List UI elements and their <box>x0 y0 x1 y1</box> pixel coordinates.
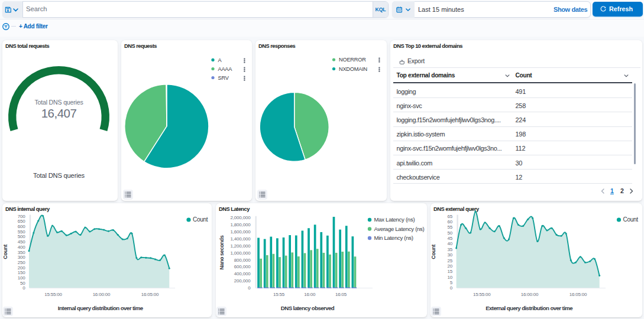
svg-text:350: 350 <box>18 250 25 255</box>
svg-text:55: 55 <box>447 224 452 230</box>
svg-text:300: 300 <box>18 255 25 260</box>
svg-text:Total DNS queries: Total DNS queries <box>35 99 83 106</box>
svg-text:150: 150 <box>18 270 25 275</box>
svg-text:16:05:00: 16:05:00 <box>141 292 159 297</box>
svg-text:16:05: 16:05 <box>335 292 347 297</box>
svg-text:16:00:00: 16:00:00 <box>93 292 111 297</box>
svg-text:AAAA: AAAA <box>218 66 233 72</box>
svg-text:15:55:00: 15:55:00 <box>44 292 62 297</box>
svg-text:Internal query distribution ov: Internal query distribution over time <box>58 305 144 311</box>
svg-text:15:55: 15:55 <box>273 292 285 297</box>
svg-text:Count: Count <box>431 245 436 259</box>
svg-text:15: 15 <box>447 269 452 274</box>
svg-text:1,000,000: 1,000,000 <box>231 250 251 256</box>
svg-text:500: 500 <box>18 234 25 239</box>
svg-text:NOERROR: NOERROR <box>339 57 366 63</box>
svg-text:50: 50 <box>20 281 25 286</box>
svg-text:60: 60 <box>447 219 452 224</box>
svg-text:Count: Count <box>2 245 8 259</box>
svg-text:2,000,000: 2,000,000 <box>231 215 251 220</box>
svg-text:SRV: SRV <box>218 75 229 81</box>
svg-text:5: 5 <box>450 280 453 285</box>
svg-text:0: 0 <box>248 285 251 291</box>
svg-text:800,000: 800,000 <box>234 258 251 263</box>
svg-text:65: 65 <box>447 214 452 219</box>
svg-text:10: 10 <box>447 275 452 280</box>
svg-text:Max Latency (ns): Max Latency (ns) <box>374 216 415 223</box>
svg-text:400: 400 <box>18 245 25 250</box>
svg-text:200,000: 200,000 <box>234 278 251 284</box>
svg-text:200: 200 <box>18 265 25 271</box>
svg-text:1,400,000: 1,400,000 <box>231 236 251 242</box>
svg-text:100: 100 <box>18 275 25 281</box>
svg-text:45: 45 <box>447 236 452 241</box>
svg-text:External query distribution ov: External query distribution over time <box>486 305 573 311</box>
svg-text:Average Latency (ns): Average Latency (ns) <box>374 226 425 232</box>
svg-text:20: 20 <box>447 263 452 269</box>
svg-text:A: A <box>218 57 222 63</box>
svg-text:250: 250 <box>18 260 25 265</box>
svg-text:1,800,000: 1,800,000 <box>231 222 251 227</box>
svg-text:700: 700 <box>18 214 25 219</box>
svg-text:25: 25 <box>447 258 452 263</box>
svg-text:Count: Count <box>193 216 208 223</box>
svg-text:30: 30 <box>447 252 452 258</box>
svg-text:16:05:00: 16:05:00 <box>569 292 587 297</box>
svg-text:1,600,000: 1,600,000 <box>231 229 251 235</box>
svg-text:35: 35 <box>447 247 452 252</box>
svg-text:15:55:00: 15:55:00 <box>473 292 491 297</box>
svg-text:50: 50 <box>447 230 452 236</box>
svg-text:16:00: 16:00 <box>304 292 316 297</box>
svg-text:600: 600 <box>18 224 25 229</box>
svg-text:Min Latency (ns): Min Latency (ns) <box>374 235 413 241</box>
svg-text:550: 550 <box>18 229 25 235</box>
svg-text:Nano seconds: Nano seconds <box>219 235 225 269</box>
svg-text:16,407: 16,407 <box>41 106 77 120</box>
svg-text:0: 0 <box>22 285 25 291</box>
svg-text:16:00:00: 16:00:00 <box>521 292 539 297</box>
svg-text:Total DNS queries: Total DNS queries <box>33 172 85 179</box>
svg-text:NXDOMAIN: NXDOMAIN <box>339 66 367 72</box>
svg-text:40: 40 <box>447 241 452 246</box>
svg-text:1,200,000: 1,200,000 <box>231 243 251 249</box>
svg-text:650: 650 <box>18 219 25 224</box>
svg-text:400,000: 400,000 <box>234 271 251 276</box>
svg-text:0: 0 <box>450 285 453 291</box>
svg-text:600,000: 600,000 <box>234 264 251 269</box>
svg-text:Count: Count <box>623 216 639 223</box>
svg-text:DNS latency observed: DNS latency observed <box>281 305 335 311</box>
svg-text:450: 450 <box>18 239 25 245</box>
